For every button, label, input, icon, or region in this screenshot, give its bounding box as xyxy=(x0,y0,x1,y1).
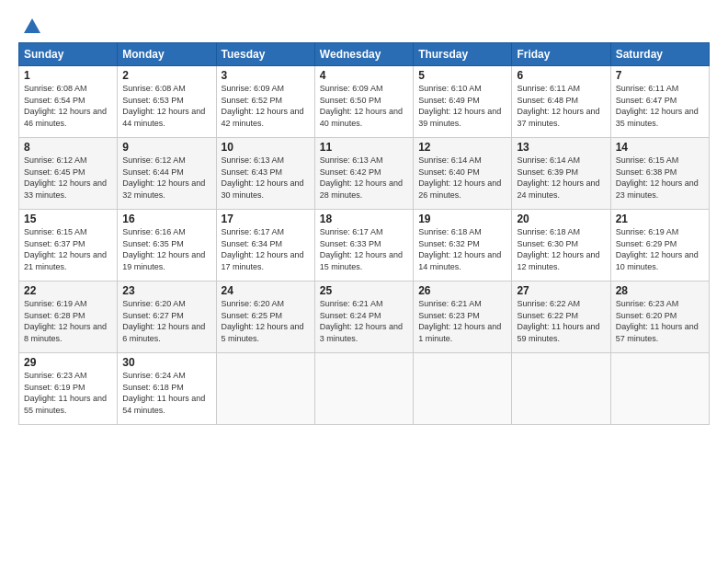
day-number: 21 xyxy=(616,213,704,225)
weekday-header-wednesday: Wednesday xyxy=(314,43,413,66)
day-number: 27 xyxy=(517,284,605,297)
day-number: 7 xyxy=(616,69,704,82)
calendar-day-cell: 1 Sunrise: 6:08 AM Sunset: 6:54 PM Dayli… xyxy=(19,66,118,138)
weekday-header-monday: Monday xyxy=(118,43,216,66)
day-info: Sunrise: 6:08 AM Sunset: 6:54 PM Dayligh… xyxy=(24,83,112,129)
calendar-day-cell: 20 Sunrise: 6:18 AM Sunset: 6:30 PM Dayl… xyxy=(512,210,610,282)
calendar-day-cell: 7 Sunrise: 6:11 AM Sunset: 6:47 PM Dayli… xyxy=(610,66,709,138)
day-info: Sunrise: 6:19 AM Sunset: 6:28 PM Dayligh… xyxy=(24,298,112,344)
calendar-day-cell xyxy=(314,353,413,425)
day-info: Sunrise: 6:21 AM Sunset: 6:24 PM Dayligh… xyxy=(320,298,408,344)
calendar-day-cell: 22 Sunrise: 6:19 AM Sunset: 6:28 PM Dayl… xyxy=(19,282,118,353)
day-number: 10 xyxy=(222,141,310,154)
day-number: 13 xyxy=(517,141,605,154)
calendar-day-cell: 24 Sunrise: 6:20 AM Sunset: 6:25 PM Dayl… xyxy=(216,282,314,353)
calendar-day-cell: 14 Sunrise: 6:15 AM Sunset: 6:38 PM Dayl… xyxy=(610,138,709,210)
day-number: 26 xyxy=(418,284,506,297)
calendar-day-cell: 10 Sunrise: 6:13 AM Sunset: 6:43 PM Dayl… xyxy=(216,138,314,210)
day-number: 3 xyxy=(222,69,310,82)
day-info: Sunrise: 6:09 AM Sunset: 6:52 PM Dayligh… xyxy=(222,83,310,129)
day-number: 17 xyxy=(222,213,310,225)
weekday-header-friday: Friday xyxy=(512,43,610,66)
calendar-day-cell: 27 Sunrise: 6:22 AM Sunset: 6:22 PM Dayl… xyxy=(512,282,610,353)
calendar-header-row: SundayMondayTuesdayWednesdayThursdayFrid… xyxy=(19,43,710,66)
calendar-day-cell: 26 Sunrise: 6:21 AM Sunset: 6:23 PM Dayl… xyxy=(414,282,512,353)
day-info: Sunrise: 6:17 AM Sunset: 6:33 PM Dayligh… xyxy=(320,226,408,272)
day-number: 14 xyxy=(616,141,704,154)
calendar-day-cell: 4 Sunrise: 6:09 AM Sunset: 6:50 PM Dayli… xyxy=(314,66,413,138)
calendar-day-cell: 18 Sunrise: 6:17 AM Sunset: 6:33 PM Dayl… xyxy=(314,210,413,282)
day-number: 9 xyxy=(122,141,210,154)
day-number: 18 xyxy=(320,213,408,225)
day-info: Sunrise: 6:11 AM Sunset: 6:47 PM Dayligh… xyxy=(616,83,704,129)
logo xyxy=(18,17,42,33)
day-number: 23 xyxy=(122,284,210,297)
calendar-day-cell: 21 Sunrise: 6:19 AM Sunset: 6:29 PM Dayl… xyxy=(610,210,709,282)
calendar-page: SundayMondayTuesdayWednesdayThursdayFrid… xyxy=(0,0,728,563)
day-number: 15 xyxy=(24,213,112,225)
day-info: Sunrise: 6:19 AM Sunset: 6:29 PM Dayligh… xyxy=(616,226,704,272)
day-number: 6 xyxy=(517,69,605,82)
calendar-day-cell: 2 Sunrise: 6:08 AM Sunset: 6:53 PM Dayli… xyxy=(118,66,216,138)
day-number: 25 xyxy=(320,284,408,297)
day-info: Sunrise: 6:15 AM Sunset: 6:38 PM Dayligh… xyxy=(616,155,704,201)
weekday-header-thursday: Thursday xyxy=(414,43,512,66)
day-info: Sunrise: 6:16 AM Sunset: 6:35 PM Dayligh… xyxy=(122,226,210,272)
calendar-day-cell: 29 Sunrise: 6:23 AM Sunset: 6:19 PM Dayl… xyxy=(19,353,118,425)
calendar-day-cell: 13 Sunrise: 6:14 AM Sunset: 6:39 PM Dayl… xyxy=(512,138,610,210)
day-info: Sunrise: 6:14 AM Sunset: 6:40 PM Dayligh… xyxy=(418,155,506,201)
day-info: Sunrise: 6:23 AM Sunset: 6:19 PM Dayligh… xyxy=(24,370,112,416)
day-number: 22 xyxy=(24,284,112,297)
calendar-day-cell: 16 Sunrise: 6:16 AM Sunset: 6:35 PM Dayl… xyxy=(118,210,216,282)
calendar-day-cell: 15 Sunrise: 6:15 AM Sunset: 6:37 PM Dayl… xyxy=(19,210,118,282)
calendar-day-cell xyxy=(512,353,610,425)
calendar-table: SundayMondayTuesdayWednesdayThursdayFrid… xyxy=(18,42,710,425)
day-info: Sunrise: 6:13 AM Sunset: 6:42 PM Dayligh… xyxy=(320,155,408,201)
calendar-day-cell xyxy=(414,353,512,425)
svg-marker-0 xyxy=(24,18,40,33)
day-number: 11 xyxy=(320,141,408,154)
day-number: 29 xyxy=(24,356,112,369)
calendar-day-cell: 9 Sunrise: 6:12 AM Sunset: 6:44 PM Dayli… xyxy=(118,138,216,210)
day-info: Sunrise: 6:18 AM Sunset: 6:30 PM Dayligh… xyxy=(517,226,605,272)
day-number: 30 xyxy=(122,356,210,369)
day-info: Sunrise: 6:22 AM Sunset: 6:22 PM Dayligh… xyxy=(517,298,605,344)
day-info: Sunrise: 6:15 AM Sunset: 6:37 PM Dayligh… xyxy=(24,226,112,272)
calendar-day-cell: 28 Sunrise: 6:23 AM Sunset: 6:20 PM Dayl… xyxy=(610,282,709,353)
calendar-day-cell: 11 Sunrise: 6:13 AM Sunset: 6:42 PM Dayl… xyxy=(314,138,413,210)
day-number: 2 xyxy=(122,69,210,82)
day-info: Sunrise: 6:09 AM Sunset: 6:50 PM Dayligh… xyxy=(320,83,408,129)
day-number: 16 xyxy=(122,213,210,225)
day-info: Sunrise: 6:08 AM Sunset: 6:53 PM Dayligh… xyxy=(122,83,210,129)
day-info: Sunrise: 6:14 AM Sunset: 6:39 PM Dayligh… xyxy=(517,155,605,201)
logo-icon xyxy=(22,17,42,37)
calendar-day-cell xyxy=(216,353,314,425)
day-number: 5 xyxy=(418,69,506,82)
day-info: Sunrise: 6:10 AM Sunset: 6:49 PM Dayligh… xyxy=(418,83,506,129)
day-info: Sunrise: 6:12 AM Sunset: 6:44 PM Dayligh… xyxy=(122,155,210,201)
day-info: Sunrise: 6:13 AM Sunset: 6:43 PM Dayligh… xyxy=(222,155,310,201)
calendar-day-cell: 3 Sunrise: 6:09 AM Sunset: 6:52 PM Dayli… xyxy=(216,66,314,138)
calendar-day-cell: 25 Sunrise: 6:21 AM Sunset: 6:24 PM Dayl… xyxy=(314,282,413,353)
weekday-header-tuesday: Tuesday xyxy=(216,43,314,66)
calendar-day-cell: 8 Sunrise: 6:12 AM Sunset: 6:45 PM Dayli… xyxy=(19,138,118,210)
day-info: Sunrise: 6:23 AM Sunset: 6:20 PM Dayligh… xyxy=(616,298,704,344)
day-info: Sunrise: 6:21 AM Sunset: 6:23 PM Dayligh… xyxy=(418,298,506,344)
day-info: Sunrise: 6:11 AM Sunset: 6:48 PM Dayligh… xyxy=(517,83,605,129)
day-number: 19 xyxy=(418,213,506,225)
day-number: 12 xyxy=(418,141,506,154)
calendar-day-cell: 5 Sunrise: 6:10 AM Sunset: 6:49 PM Dayli… xyxy=(414,66,512,138)
calendar-day-cell: 19 Sunrise: 6:18 AM Sunset: 6:32 PM Dayl… xyxy=(414,210,512,282)
calendar-day-cell xyxy=(610,353,709,425)
weekday-header-sunday: Sunday xyxy=(19,43,118,66)
day-number: 4 xyxy=(320,69,408,82)
calendar-day-cell: 23 Sunrise: 6:20 AM Sunset: 6:27 PM Dayl… xyxy=(118,282,216,353)
day-number: 20 xyxy=(517,213,605,225)
day-info: Sunrise: 6:17 AM Sunset: 6:34 PM Dayligh… xyxy=(222,226,310,272)
day-number: 8 xyxy=(24,141,112,154)
calendar-day-cell: 6 Sunrise: 6:11 AM Sunset: 6:48 PM Dayli… xyxy=(512,66,610,138)
day-info: Sunrise: 6:20 AM Sunset: 6:27 PM Dayligh… xyxy=(122,298,210,344)
day-info: Sunrise: 6:20 AM Sunset: 6:25 PM Dayligh… xyxy=(222,298,310,344)
calendar-day-cell: 30 Sunrise: 6:24 AM Sunset: 6:18 PM Dayl… xyxy=(118,353,216,425)
weekday-header-saturday: Saturday xyxy=(610,43,709,66)
